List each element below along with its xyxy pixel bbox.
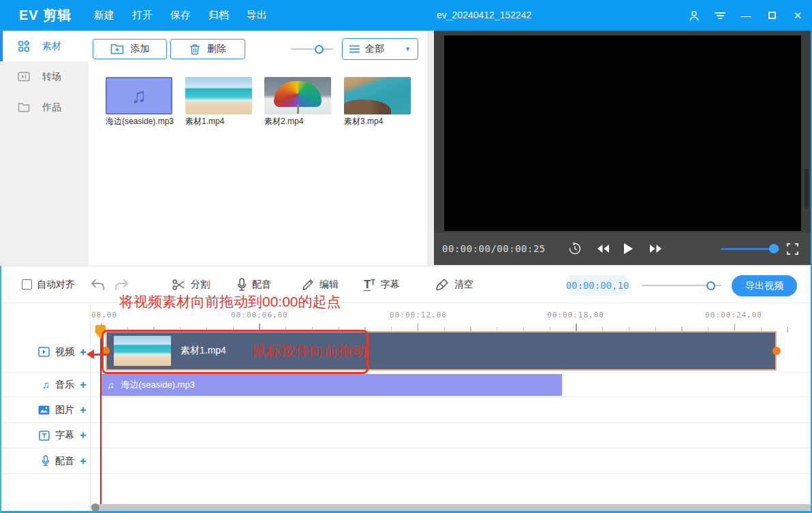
timeline-video-clip[interactable]: 素材1.mp4 鼠标按住向前拖动 [106, 331, 777, 371]
edit-label: 编辑 [319, 279, 339, 291]
material-video-3[interactable] [344, 77, 411, 114]
preview-panel: 00:00:00/00:00:25 [434, 31, 811, 265]
preview-scrollbar[interactable] [805, 169, 809, 208]
maximize-button[interactable] [764, 8, 779, 23]
left-arrow-head [87, 349, 94, 359]
subtitle-button[interactable]: TT 字幕 [364, 275, 400, 294]
subtitle-track-row[interactable]: 字幕 + [0, 423, 812, 448]
material-video-1[interactable] [185, 77, 252, 114]
grid-icon [18, 40, 30, 52]
playhead-line[interactable] [100, 325, 102, 504]
playback-controls: 00:00:00/00:00:25 [434, 232, 811, 265]
dub-label: 配音 [252, 279, 271, 291]
split-button[interactable]: 分割 [172, 275, 210, 294]
sidebar-item-label: 作品 [42, 102, 61, 114]
track-label: 视频 [55, 346, 74, 358]
panel-divider [427, 31, 434, 266]
fast-forward-icon[interactable] [649, 244, 663, 253]
clear-button[interactable]: 清空 [436, 275, 473, 294]
clip-name: 海边(seaside).mp3 [121, 379, 195, 391]
track-column-divider [90, 303, 91, 511]
skin-menu-icon[interactable] [713, 8, 728, 23]
menu-item-open[interactable]: 打开 [132, 9, 153, 22]
timeline-music-clip[interactable]: ♫ 海边(seaside).mp3 [101, 374, 562, 396]
folder-icon [18, 102, 30, 112]
filter-dropdown[interactable]: 全部 ▼ [342, 38, 418, 60]
voice-track-icon [42, 455, 50, 467]
sidebar: 素材 转场 作品 [0, 31, 89, 266]
add-picture-button[interactable]: + [80, 403, 87, 417]
clear-label: 清空 [454, 279, 473, 291]
microphone-icon [237, 278, 247, 292]
add-subtitle-button[interactable]: + [80, 429, 87, 442]
timeline-zoom-slider-thumb[interactable] [706, 281, 715, 290]
music-note-icon: ♫ [131, 84, 147, 108]
window-border-left [0, 266, 1, 513]
clip-right-handle[interactable] [772, 347, 781, 355]
dub-button[interactable]: 配音 [237, 275, 271, 294]
sidebar-item-transition[interactable]: 转场 [0, 61, 89, 92]
close-button[interactable]: ✕ [790, 8, 805, 23]
subtitle-track-head: 字幕 + [0, 423, 87, 448]
add-button-label: 添加 [131, 43, 150, 55]
fullscreen-icon[interactable] [787, 243, 798, 255]
delete-material-button[interactable]: 删除 [170, 39, 245, 59]
volume-slider-thumb[interactable] [769, 244, 779, 253]
menu-item-archive[interactable]: 归档 [208, 9, 229, 22]
brush-icon [436, 279, 449, 291]
scrollbar-knob[interactable] [91, 503, 99, 512]
add-music-button[interactable]: + [80, 378, 87, 392]
voice-track-head: 配音 + [0, 448, 87, 473]
delete-button-label: 删除 [207, 43, 226, 55]
timeline-horizontal-scrollbar[interactable] [91, 504, 812, 511]
material-video-2[interactable] [264, 77, 331, 114]
material-name: 素材3.mp4 [344, 116, 419, 127]
thumbnail-size-slider-thumb[interactable] [315, 45, 324, 54]
window-controls: — ✕ [687, 0, 805, 31]
sidebar-item-label: 素材 [42, 40, 61, 52]
main-menu: 新建 打开 保存 归档 导出 [94, 0, 267, 31]
export-video-button[interactable]: 导出视频 [732, 275, 797, 296]
redo-button[interactable] [114, 275, 129, 294]
hold-drag-annotation: 鼠标按住向前拖动 [252, 341, 366, 360]
sidebar-item-material[interactable]: 素材 [0, 31, 89, 61]
sidebar-item-works[interactable]: 作品 [0, 92, 89, 123]
auto-align-label: 自动对齐 [37, 279, 75, 291]
thumbnail-size-slider[interactable] [291, 48, 333, 50]
undo-button[interactable] [90, 275, 105, 294]
drag-annotation-text: 将视频素材向前拖动到00:00的起点 [119, 292, 341, 311]
menu-item-new[interactable]: 新建 [94, 9, 114, 22]
rewind-icon[interactable] [596, 244, 610, 253]
material-audio-seaside[interactable]: ♫ [106, 77, 172, 114]
filter-label: 全部 [365, 43, 384, 55]
add-material-button[interactable]: 添加 [93, 39, 167, 59]
redo-icon [114, 279, 129, 291]
play-icon[interactable] [623, 243, 633, 254]
material-name: 素材1.mp4 [185, 116, 260, 127]
voice-track-row[interactable]: 配音 + [0, 448, 812, 474]
transition-icon [18, 72, 30, 82]
trash-icon [189, 44, 200, 55]
menu-item-export[interactable]: 导出 [247, 9, 267, 22]
auto-align-checkbox[interactable] [22, 279, 32, 290]
list-icon [349, 45, 360, 53]
add-video-button[interactable]: + [80, 345, 87, 359]
video-track-icon [38, 347, 50, 357]
picture-track-icon [38, 405, 50, 415]
user-icon[interactable] [687, 8, 702, 23]
music-note-icon: ♫ [107, 379, 114, 390]
material-name: 素材2.mp4 [264, 116, 339, 127]
edit-button[interactable]: 编辑 [302, 275, 339, 294]
material-library [89, 31, 427, 266]
menu-item-save[interactable]: 保存 [170, 9, 191, 22]
loop-icon[interactable] [569, 243, 581, 255]
minimize-button[interactable]: — [738, 8, 753, 23]
project-title: ev_20240412_152242 [437, 0, 531, 31]
pencil-icon [302, 279, 314, 291]
text-icon: TT [364, 279, 375, 291]
video-preview-screen [444, 35, 801, 231]
picture-track-head: 图片 + [0, 397, 87, 422]
chevron-down-icon: ▼ [405, 46, 411, 52]
picture-track-row[interactable]: 图片 + [0, 397, 812, 423]
add-voice-button[interactable]: + [80, 454, 87, 468]
